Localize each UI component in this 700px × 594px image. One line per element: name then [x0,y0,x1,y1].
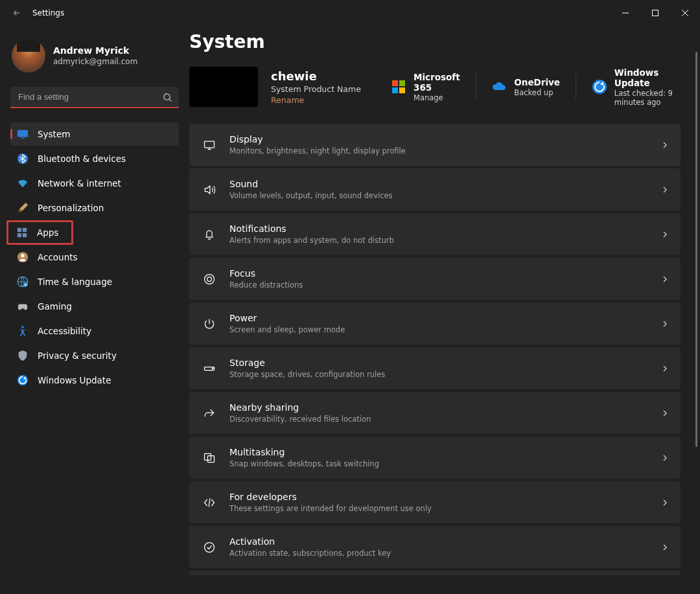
profile-name: Andrew Myrick [53,45,137,56]
svg-rect-8 [23,233,27,237]
card-power[interactable]: PowerScreen and sleep, power mode [189,303,681,345]
status-onedrive[interactable]: OneDrive Backed up [491,77,560,97]
wifi-icon [17,177,29,189]
multitask-icon [202,451,216,465]
system-icon [17,128,29,140]
share-icon [202,406,216,420]
card-notifications[interactable]: NotificationsAlerts from apps and system… [189,213,681,255]
card-activation[interactable]: ActivationActivation state, subscription… [189,526,681,568]
m365-icon [391,79,406,95]
svg-rect-5 [18,228,21,232]
card-title: Focus [229,268,647,279]
device-name: chewie [271,69,378,83]
svg-point-23 [205,542,215,552]
nav-label: Gaming [38,301,72,312]
card-multitasking[interactable]: MultitaskingSnap windows, desktops, task… [189,437,681,479]
settings-cards: DisplayMonitors, brightness, night light… [189,124,681,575]
svg-rect-16 [205,141,215,148]
card-title: Power [229,312,647,324]
nav-item-accounts[interactable]: Accounts [10,246,179,269]
nav-label: Accounts [38,252,78,262]
svg-point-1 [163,94,169,100]
chevron-right-icon [660,319,670,329]
update-icon [592,79,607,95]
card-sub: Activation state, subscriptions, product… [229,548,647,558]
card-storage[interactable]: StorageStorage space, drives, configurat… [189,347,681,389]
card-sub: Screen and sleep, power mode [229,325,647,335]
svg-point-18 [207,277,212,281]
card-sub: Discoverability, received files location [229,414,647,424]
search-input[interactable] [10,87,179,108]
card-title: Sound [229,178,647,190]
chevron-right-icon [660,140,670,150]
card-sub: Reduce distractions [229,280,647,290]
nav-item-gaming[interactable]: Gaming [10,295,179,318]
svg-point-13 [21,326,24,328]
card-focus[interactable]: FocusReduce distractions [189,258,681,300]
nav-item-network-internet[interactable]: Network & internet [10,172,179,195]
maximize-icon [651,9,659,17]
chevron-right-icon [660,542,670,553]
svg-point-17 [205,274,215,284]
search-icon [162,93,172,103]
close-button[interactable] [670,0,700,26]
accessibility-icon [17,325,29,337]
nav-item-time-language[interactable]: Time & language [10,270,179,293]
nav-item-apps[interactable]: Apps [10,221,179,244]
page-title: System [189,31,681,52]
nav-item-accessibility[interactable]: Accessibility [10,319,179,343]
status-title: OneDrive [514,77,560,87]
sidebar: Andrew Myrick admyrick@gmail.com SystemB… [0,26,189,594]
chevron-right-icon [660,185,670,195]
profile-email: admyrick@gmail.com [53,56,137,67]
card-title: For developers [229,491,647,503]
storage-icon [202,361,216,376]
status-update[interactable]: Windows Update Last checked: 9 minutes a… [592,67,681,107]
status-sub: Manage [414,93,460,102]
nav-item-bluetooth-devices[interactable]: Bluetooth & devices [10,147,179,170]
status-sub: Backed up [514,88,560,97]
dev-icon [202,496,216,510]
close-icon [681,9,689,17]
card-sound[interactable]: SoundVolume levels, output, input, sound… [189,168,681,211]
card-for-developers[interactable]: For developersThese settings are intende… [189,481,681,523]
maximize-button[interactable] [640,0,670,26]
search-box[interactable] [10,87,179,108]
card-sub: Volume levels, output, input, sound devi… [229,190,647,201]
nav-label: Bluetooth & devices [38,154,126,164]
separator [576,74,576,100]
arrow-left-icon [12,8,21,17]
nav-item-windows-update[interactable]: Windows Update [10,369,179,392]
card-sub: Storage space, drives, configuration rul… [229,369,647,380]
device-row: chewie System Product Name Rename Micros… [189,67,681,107]
chevron-right-icon [660,408,670,418]
display-icon [202,138,216,152]
bell-icon [202,227,216,242]
nav-item-privacy-security[interactable]: Privacy & security [10,344,179,367]
apps-icon [16,227,28,238]
focus-icon [202,272,216,286]
chevron-right-icon [660,274,670,284]
profile-panel[interactable]: Andrew Myrick admyrick@gmail.com [10,34,179,79]
brush-icon [17,202,29,214]
back-button[interactable] [12,8,22,18]
onedrive-icon [491,79,507,95]
status-m365[interactable]: Microsoft 365 Manage [391,72,460,102]
nav-item-system[interactable]: System [10,122,179,146]
card-title: Notifications [229,223,647,234]
rename-link[interactable]: Rename [271,95,378,105]
svg-rect-2 [18,130,28,137]
card-display[interactable]: DisplayMonitors, brightness, night light… [189,124,681,166]
update-icon [17,374,29,386]
card-troubleshoot[interactable]: TroubleshootRecommended troubleshooters,… [189,571,681,575]
card-nearby-sharing[interactable]: Nearby sharingDiscoverability, received … [189,392,681,434]
power-icon [202,317,216,331]
status-title: Windows Update [614,67,681,88]
device-info: chewie System Product Name Rename [271,69,378,105]
bluetooth-icon [17,153,29,165]
minimize-button[interactable] [611,0,640,26]
card-title: Display [229,133,647,145]
scrollbar[interactable] [695,52,697,447]
card-title: Nearby sharing [229,402,647,413]
nav-item-personalization[interactable]: Personalization [10,196,179,220]
